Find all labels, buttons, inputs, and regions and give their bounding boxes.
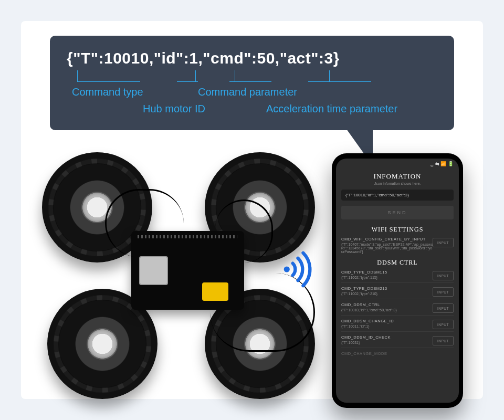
ddsm-json: {"T":10010,"id":1,"cmd":50,"act":3} (341, 308, 433, 312)
phone-screen: ␣ ⇆ 📶 🔋 INFOMATION Json infomation shows… (336, 159, 459, 403)
ddsm-json: {"T":10031} (341, 341, 433, 344)
phone-frame: ␣ ⇆ 📶 🔋 INFOMATION Json infomation shows… (332, 153, 463, 408)
wifi-config-input-button[interactable]: INPUT (433, 238, 454, 247)
cable (105, 189, 184, 257)
ddsm-block-1: CMD_TYPE_DDSM210 {"T":11002,"type":210} … (341, 286, 454, 296)
ddsm-json: {"T":10011,"id":1} (341, 324, 433, 328)
send-button[interactable]: SEND (341, 206, 454, 219)
ddsm-block-0: CMD_TYPE_DDSM115 {"T":11002,"type":115} … (341, 270, 454, 279)
json-input[interactable]: {"T":10010,"id":1,"cmd":50,"act":3} (341, 190, 454, 201)
guide-lines (67, 70, 437, 82)
phone-statusbar: ␣ ⇆ 📶 🔋 (336, 159, 459, 169)
cable (215, 200, 273, 262)
ddsm-block-3: CMD_DDSM_CHANGE_ID {"T":10011,"id":1} IN… (341, 319, 454, 328)
ddsm-block-2: CMD_DDSM_CTRL {"T":10010,"id":1,"cmd":50… (341, 302, 454, 312)
statusbar-icons: ␣ ⇆ 📶 🔋 (430, 161, 454, 166)
ddsm-input-button[interactable]: INPUT (433, 271, 454, 280)
ddsm-block-5: CMD_CHANGE_MODE (341, 351, 454, 356)
ddsm-title: DDSM CTRL (336, 259, 459, 267)
ddsm-block-4: CMD_DDSM_ID_CHECK {"T":10031} INPUT (341, 335, 454, 344)
wifi-settings-title: WIFI SETTINGS (336, 226, 459, 234)
ddsm-input-button[interactable]: INPUT (433, 320, 454, 329)
command-explainer-bubble: {"T":10010,"id":1,"cmd":50,"act":3} Comm… (50, 36, 454, 130)
ddsm-input-button[interactable]: INPUT (433, 303, 454, 313)
label-row-1: Command type Command parameter (67, 86, 437, 101)
label-accel-time: Acceleration time parameter (266, 103, 397, 115)
svg-point-0 (282, 265, 291, 274)
ddsm-json: {"T":11002,"type":115} (341, 276, 433, 279)
ddsm-input-button[interactable]: INPUT (433, 336, 454, 345)
json-input-value: {"T":10010,"id":1,"cmd":50,"act":3} (345, 193, 409, 197)
ddsm-json: {"T":11002,"type":210} (341, 292, 433, 296)
esp32-chip (139, 256, 168, 285)
robot-car-illustration (42, 152, 315, 399)
info-title: INFOMATION (336, 172, 459, 181)
send-button-label: SEND (387, 210, 407, 215)
label-command-parameter: Command parameter (198, 86, 297, 98)
wifi-config-block: CMD_WIFI_CONFIG_CREATE_BY_INPUT {"T":104… (341, 237, 454, 254)
ddsm-input-button[interactable]: INPUT (433, 287, 454, 297)
info-subtitle: Json infomation shows here. (336, 182, 459, 185)
label-hub-motor-id: Hub motor ID (143, 103, 205, 115)
label-command-type: Command type (72, 86, 143, 98)
ddsm-name: CMD_CHANGE_MODE (341, 351, 454, 356)
wifi-config-json: {"T":10407,"mode":3,"ap_ssid":"ESP32-AP"… (341, 243, 433, 254)
label-row-2: Hub motor ID Acceleration time parameter (67, 103, 437, 118)
wifi-icon (281, 251, 318, 288)
command-string: {"T":10010,"id":1,"cmd":50,"act":3} (67, 49, 437, 67)
